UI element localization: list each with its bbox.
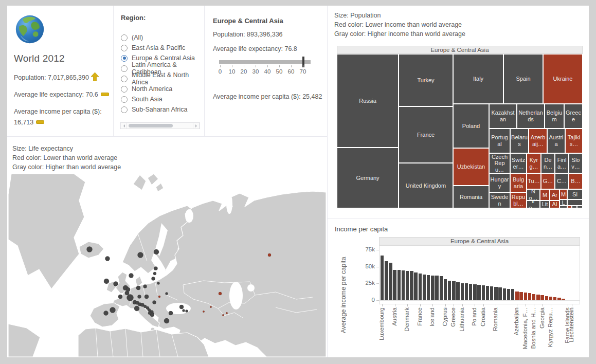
bar-country-10[interactable] — [423, 275, 426, 300]
treemap-cell-kazakhstan[interactable]: Kazakhstan — [489, 104, 517, 129]
treemap-cell-turkey[interactable]: Turkey — [399, 54, 453, 106]
radio-icon[interactable] — [121, 96, 128, 103]
bar-country-4[interactable] — [398, 270, 401, 300]
bar-france[interactable] — [419, 274, 422, 300]
radio-icon[interactable] — [121, 65, 128, 72]
bar-country-20[interactable] — [465, 283, 468, 300]
treemap-cell-c[interactable]: C… — [555, 173, 569, 189]
treemap-cell-uzbekistan[interactable]: Uzbekistan — [453, 148, 489, 186]
radio-icon[interactable] — [121, 34, 128, 41]
treemap-cell-tu[interactable]: Tu… — [527, 173, 541, 189]
bar-lithuania[interactable] — [461, 283, 464, 300]
bubble-above-average[interactable] — [87, 247, 93, 252]
bubble-above-average[interactable] — [148, 312, 151, 315]
bar-country-39[interactable] — [545, 296, 549, 301]
treemap-cell-switzer[interactable]: Switzer… — [510, 153, 527, 173]
bubble-below-average[interactable] — [203, 311, 204, 312]
horizontal-scrollbar[interactable] — [120, 122, 200, 129]
treemap-cell-l[interactable]: L — [559, 199, 567, 206]
bubble-above-average[interactable] — [110, 307, 116, 313]
bar-country-11[interactable] — [427, 275, 430, 300]
treemap-cell-slov[interactable]: Slov… — [569, 153, 583, 173]
bar-country-25[interactable] — [486, 286, 490, 300]
bar-bosnia-and-h[interactable] — [532, 294, 536, 300]
treemap-cell-poland[interactable]: Poland — [453, 104, 489, 148]
bar-georgia[interactable] — [540, 295, 544, 300]
bar-country-1[interactable] — [385, 261, 388, 300]
treemap-cell-al[interactable]: Al — [550, 201, 559, 208]
bar-country-26[interactable] — [490, 286, 494, 300]
treemap-cell[interactable] — [567, 199, 583, 206]
treemap-cell-france[interactable]: France — [399, 106, 453, 163]
bubble-above-average[interactable] — [136, 286, 140, 290]
treemap-cell[interactable] — [567, 206, 572, 208]
bar-country-13[interactable] — [435, 276, 439, 300]
treemap-cell[interactable] — [572, 206, 577, 208]
bar-austria[interactable] — [393, 270, 396, 301]
bubble-above-average[interactable] — [169, 311, 173, 315]
radio-icon[interactable] — [121, 86, 128, 93]
bar-country-41[interactable] — [553, 297, 557, 300]
scroll-right-button[interactable] — [193, 123, 200, 129]
scroll-left-button[interactable] — [120, 123, 127, 129]
treemap-cell-kyrg[interactable]: Kyrg… — [527, 153, 541, 173]
bubble-above-average[interactable] — [118, 295, 122, 299]
bubble-above-average[interactable] — [179, 305, 184, 309]
radio-icon[interactable] — [121, 106, 128, 113]
bar-denmark[interactable] — [406, 271, 409, 301]
region-option-sub-saharan-africa[interactable]: Sub-Saharan Africa — [121, 104, 201, 115]
treemap-cell-russia[interactable]: Russia — [337, 54, 399, 148]
bar-country-42[interactable] — [557, 298, 561, 300]
bar-country-21[interactable] — [469, 284, 473, 300]
bar-croatia[interactable] — [482, 285, 485, 300]
treemap-cell-m[interactable]: M — [559, 189, 567, 199]
bar-macedonia-f[interactable] — [524, 293, 528, 300]
treemap-cell-ire[interactable]: Ire… — [527, 201, 540, 208]
treemap-cell-tajikis[interactable]: Tajikis… — [565, 129, 583, 153]
treemap-cell-b[interactable]: B… — [569, 173, 583, 189]
bubble-above-average[interactable] — [183, 310, 185, 312]
treemap-cell-bulgaria[interactable]: Bulgaria — [510, 173, 527, 192]
treemap-cell-belgium[interactable]: Belgium — [545, 104, 564, 129]
bubble-below-average[interactable] — [222, 314, 224, 316]
bar-country-28[interactable] — [498, 287, 502, 300]
bar-country-16[interactable] — [448, 281, 451, 300]
radio-icon[interactable] — [121, 45, 128, 51]
treemap-cell-hungary[interactable]: Hungary — [489, 173, 510, 192]
bubble-above-average[interactable] — [157, 282, 160, 285]
bubble-above-average[interactable] — [125, 291, 129, 295]
treemap-cell-belarus[interactable]: Belarus — [510, 129, 529, 153]
treemap-cell-ukraine[interactable]: Ukraine — [543, 54, 583, 104]
bubble-above-average[interactable] — [154, 249, 159, 254]
treemap-cell-netherlands[interactable]: Netherlands — [517, 104, 545, 129]
slider-track[interactable] — [219, 60, 311, 64]
region-option-middle-east-north-africa[interactable]: Middle East & North Africa — [121, 74, 201, 84]
bar-country-35[interactable] — [528, 293, 532, 300]
bubble-above-average[interactable] — [164, 318, 169, 323]
bar-country-5[interactable] — [402, 270, 405, 300]
scrollbar-thumb[interactable] — [129, 124, 173, 128]
bar-country-43[interactable] — [562, 299, 565, 300]
treemap-cell-azerbaij[interactable]: Azerbaij… — [529, 129, 547, 153]
treemap-cell-ar[interactable]: Ar — [550, 189, 559, 201]
treemap-cell-united-kingdom[interactable]: United Kingdom — [399, 163, 453, 208]
bubble-above-average[interactable] — [186, 310, 188, 313]
bar-country-33[interactable] — [519, 292, 523, 300]
treemap-cell-germany[interactable]: Germany — [337, 148, 399, 208]
bar-country-2[interactable] — [389, 263, 392, 300]
bubble-above-average[interactable] — [143, 285, 147, 288]
bar-luxembourg[interactable] — [381, 256, 384, 301]
treemap-cell-den[interactable]: Den… — [541, 153, 555, 173]
bubble-above-average[interactable] — [114, 282, 118, 286]
bubble-above-average[interactable] — [154, 267, 158, 270]
bar-country-31[interactable] — [511, 289, 515, 300]
treemap-cell-m[interactable]: M — [540, 189, 550, 201]
treemap-cell-italy[interactable]: Italy — [453, 54, 503, 104]
bubble-above-average[interactable] — [134, 306, 139, 311]
treemap-cell-g[interactable]: G… — [541, 173, 555, 189]
bar-country-18[interactable] — [456, 282, 460, 300]
bar-country-7[interactable] — [410, 271, 413, 300]
bubble-above-average[interactable] — [145, 295, 149, 299]
bar-kyrgyz-repu[interactable] — [549, 297, 553, 300]
treemap-cell-czech-repu[interactable]: Czech Repu… — [489, 153, 510, 173]
